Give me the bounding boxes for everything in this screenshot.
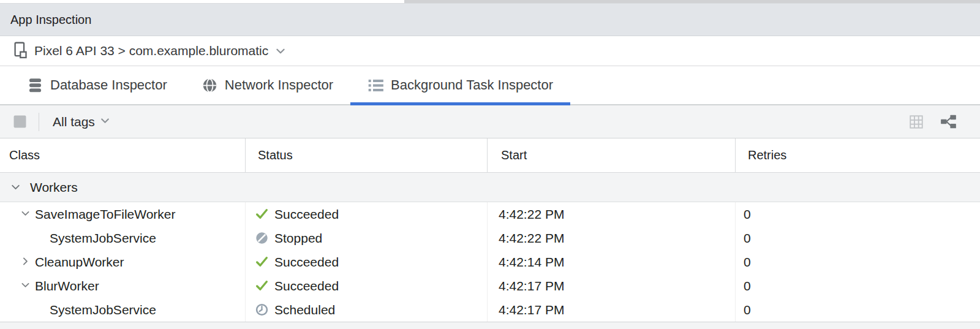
table-body: SaveImageToFileWorker Succeeded 4:42:22 … — [0, 202, 980, 322]
toolbar-separator — [39, 113, 39, 131]
strip-gray-segment — [404, 0, 980, 3]
view-mode-actions — [908, 113, 957, 130]
retries-cell: 0 — [735, 250, 980, 274]
column-header-retries[interactable]: Retries — [735, 138, 980, 172]
status-cell: Succeeded — [245, 250, 487, 274]
retries-cell: 0 — [735, 202, 980, 226]
status-label: Succeeded — [274, 279, 339, 293]
chevron-down-icon — [274, 45, 287, 57]
status-label: Stopped — [274, 231, 322, 246]
row-expander[interactable] — [18, 255, 32, 270]
table-row[interactable]: BlurWorker Succeeded 4:42:17 PM 0 — [0, 274, 980, 298]
start-time-cell: 4:42:22 PM — [487, 202, 735, 226]
tab-label: Database Inspector — [50, 77, 167, 93]
stop-icon[interactable] — [13, 115, 26, 128]
start-time-cell: 4:42:22 PM — [487, 226, 735, 250]
class-cell: SystemJobService — [0, 226, 245, 250]
table-header: Class Status Start Retries — [0, 138, 980, 173]
worker-class-name: SystemJobService — [50, 303, 156, 317]
status-cell: Stopped — [245, 226, 487, 250]
inspector-toolbar: All tags — [0, 105, 980, 138]
status-label: Succeeded — [274, 255, 339, 270]
tab-label: Background Task Inspector — [391, 77, 553, 93]
database-icon — [27, 77, 43, 94]
chevron-down-icon[interactable] — [10, 181, 21, 193]
table-row[interactable]: SaveImageToFileWorker Succeeded 4:42:22 … — [0, 202, 980, 226]
worker-class-name: SaveImageToFileWorker — [35, 207, 176, 222]
succeeded-check-icon — [255, 255, 269, 269]
status-label: Succeeded — [274, 207, 339, 222]
graph-view-icon[interactable] — [940, 113, 957, 130]
row-expander[interactable] — [18, 279, 32, 293]
panel-header: App Inspection — [0, 4, 980, 36]
table-row[interactable]: SystemJobService Stopped 4:42:22 PM 0 — [0, 226, 980, 250]
table-row[interactable]: SystemJobService Scheduled 4:42:17 PM 0 — [0, 298, 980, 322]
status-cell: Succeeded — [245, 202, 487, 226]
retries-cell: 0 — [735, 274, 980, 298]
panel-title: App Inspection — [10, 13, 91, 27]
retries-cell: 0 — [735, 298, 980, 322]
worker-class-name: SystemJobService — [50, 231, 156, 246]
tab-database-inspector[interactable]: Database Inspector — [10, 66, 184, 104]
succeeded-check-icon — [255, 207, 269, 221]
retries-cell: 0 — [735, 226, 980, 250]
stopped-slash-icon — [255, 231, 269, 245]
worker-class-name: BlurWorker — [35, 279, 99, 293]
table-view-icon[interactable] — [908, 114, 924, 130]
column-header-status[interactable]: Status — [245, 138, 487, 172]
process-selector-bar[interactable]: Pixel 6 API 33 > com.example.bluromatic — [0, 36, 980, 66]
column-header-start[interactable]: Start — [487, 138, 735, 172]
class-cell: SystemJobService — [0, 298, 245, 322]
start-time-cell: 4:42:17 PM — [487, 274, 735, 298]
start-time-cell: 4:42:17 PM — [487, 298, 735, 322]
workers-group-row[interactable]: Workers — [0, 173, 980, 202]
class-cell: SaveImageToFileWorker — [0, 202, 245, 226]
status-label: Scheduled — [274, 303, 335, 317]
class-cell: CleanupWorker — [0, 250, 245, 274]
strip-white-segment — [0, 0, 404, 3]
network-globe-icon — [202, 77, 218, 94]
device-process-label: Pixel 6 API 33 > com.example.bluromatic — [34, 43, 268, 58]
status-cell: Scheduled — [245, 298, 487, 322]
class-cell: BlurWorker — [0, 274, 245, 298]
succeeded-check-icon — [255, 279, 269, 293]
worker-class-name: CleanupWorker — [35, 255, 124, 270]
tab-network-inspector[interactable]: Network Inspector — [184, 66, 350, 104]
scheduled-clock-icon — [255, 303, 269, 317]
task-list-icon — [368, 77, 384, 94]
all-tags-label: All tags — [53, 115, 95, 129]
device-phone-icon — [13, 42, 29, 60]
chevron-down-icon[interactable] — [20, 279, 31, 293]
tab-background-task-inspector[interactable]: Background Task Inspector — [350, 66, 570, 104]
inspector-tabs: Database Inspector Network Inspector Bac… — [0, 66, 980, 105]
row-expander[interactable] — [18, 207, 32, 222]
chevron-down-icon — [99, 115, 111, 129]
bottom-strip — [0, 322, 980, 329]
group-label: Workers — [30, 180, 78, 195]
table-row[interactable]: CleanupWorker Succeeded 4:42:14 PM 0 — [0, 250, 980, 274]
chevron-down-icon[interactable] — [20, 207, 31, 222]
chevron-right-icon[interactable] — [20, 255, 31, 270]
column-header-class[interactable]: Class — [0, 138, 245, 172]
tab-label: Network Inspector — [225, 77, 333, 93]
status-cell: Succeeded — [245, 274, 487, 298]
start-time-cell: 4:42:14 PM — [487, 250, 735, 274]
all-tags-dropdown[interactable]: All tags — [53, 115, 111, 129]
